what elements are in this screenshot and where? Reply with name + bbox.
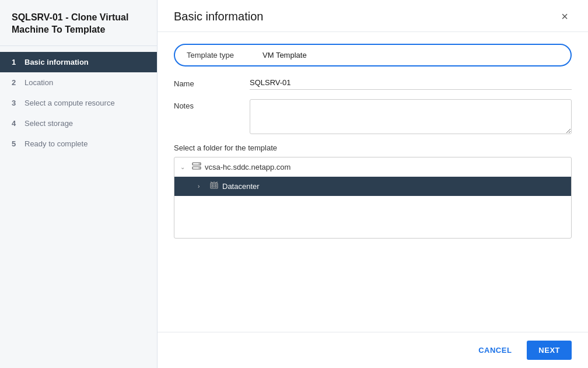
step-label: Basic information — [24, 58, 89, 66]
main-footer: CANCEL NEXT — [158, 332, 588, 368]
template-type-row: Template type VM Template — [174, 44, 572, 66]
server-icon — [192, 162, 201, 173]
chevron-right-icon: › — [198, 183, 207, 190]
sidebar-step-4[interactable]: 4 Select storage — [0, 113, 157, 134]
template-type-label: Template type — [187, 51, 262, 59]
svg-rect-5 — [212, 184, 214, 185]
folder-section-label: Select a folder for the template — [174, 143, 572, 152]
name-input[interactable] — [250, 77, 572, 90]
sidebar-steps: 1 Basic information 2 Location 3 Select … — [0, 46, 157, 160]
close-button[interactable]: × — [558, 9, 572, 23]
step-number: 3 — [12, 99, 20, 107]
sidebar-step-2[interactable]: 2 Location — [0, 72, 157, 93]
step-label: Location — [24, 78, 53, 87]
sidebar-title: SQLSRV-01 - Clone Virtual Machine To Tem… — [0, 0, 157, 46]
notes-row: Notes — [174, 99, 572, 134]
svg-point-3 — [199, 167, 200, 169]
folder-tree: ⌄ vcsa-hc.sddc.netapp.com › — [174, 157, 572, 239]
datacenter-label: Datacenter — [222, 182, 260, 191]
datacenter-icon — [209, 181, 219, 192]
main-header: Basic information × — [158, 0, 588, 32]
notes-input[interactable] — [250, 99, 572, 134]
svg-rect-8 — [215, 186, 216, 187]
tree-root-label: vcsa-hc.sddc.netapp.com — [205, 163, 290, 171]
sidebar-step-1[interactable]: 1 Basic information — [0, 52, 157, 72]
sidebar-step-3[interactable]: 3 Select a compute resource — [0, 93, 157, 113]
step-number: 2 — [12, 78, 20, 87]
svg-rect-6 — [215, 184, 216, 185]
sidebar: SQLSRV-01 - Clone Virtual Machine To Tem… — [0, 0, 158, 368]
step-label: Ready to complete — [24, 139, 88, 148]
svg-rect-4 — [211, 183, 218, 188]
name-label: Name — [174, 77, 250, 88]
sidebar-step-5[interactable]: 5 Ready to complete — [0, 134, 157, 154]
svg-rect-7 — [212, 186, 214, 187]
step-number: 5 — [12, 139, 20, 148]
step-label: Select storage — [24, 119, 73, 128]
tree-node-datacenter[interactable]: › Datacenter — [174, 177, 571, 196]
notes-label: Notes — [174, 99, 250, 110]
chevron-down-icon: ⌄ — [180, 164, 190, 170]
step-number: 4 — [12, 119, 20, 128]
dialog: SQLSRV-01 - Clone Virtual Machine To Tem… — [0, 0, 588, 368]
main-body: Template type VM Template Name Notes Sel… — [158, 32, 588, 332]
svg-point-2 — [199, 163, 200, 164]
template-type-value: VM Template — [262, 51, 307, 59]
main-title: Basic information — [174, 10, 263, 23]
cancel-button[interactable]: CANCEL — [470, 341, 520, 359]
next-button[interactable]: NEXT — [527, 341, 572, 360]
name-row: Name — [174, 77, 572, 90]
step-number: 1 — [12, 58, 20, 66]
main-panel: Basic information × Template type VM Tem… — [158, 0, 588, 368]
step-label: Select a compute resource — [24, 99, 115, 107]
tree-node-root[interactable]: ⌄ vcsa-hc.sddc.netapp.com — [174, 157, 571, 177]
